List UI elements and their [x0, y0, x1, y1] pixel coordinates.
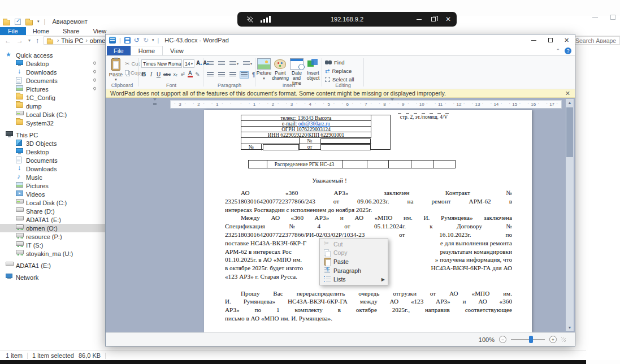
sidebar-item[interactable]: Downloads: [0, 164, 105, 173]
highlight-pen-icon[interactable]: ✎: [195, 71, 200, 77]
paste-button[interactable]: Paste ▾: [107, 58, 124, 82]
close-icon[interactable]: ✕: [565, 90, 570, 97]
email-link[interactable]: odr@360arz.ru: [298, 121, 330, 127]
scroll-up-icon[interactable]: ▲: [566, 99, 574, 106]
zoom-out-button[interactable]: −: [499, 336, 506, 343]
zoom-in-button[interactable]: +: [549, 336, 557, 343]
sidebar-item[interactable]: Documents: [0, 76, 105, 85]
breadcrumb-item[interactable]: ›This PC: [55, 37, 83, 44]
context-menu-item[interactable]: Copy ▶: [320, 249, 388, 258]
cut-button[interactable]: ✂ Cut: [125, 60, 140, 67]
indent-marker[interactable]: [153, 98, 157, 105]
font-color-button[interactable]: A: [188, 71, 193, 77]
redo-icon[interactable]: ↻: [143, 37, 149, 43]
bold-button[interactable]: B: [141, 71, 146, 77]
zoom-slider[interactable]: [511, 339, 545, 340]
sidebar-item[interactable]: This PC: [0, 131, 105, 139]
sidebar-item[interactable]: ADATA1 (E:): [0, 261, 105, 270]
sidebar-item[interactable]: Quick access: [0, 51, 105, 59]
chevron-down-icon[interactable]: ▾: [152, 38, 154, 42]
explorer-tab-home[interactable]: Home: [26, 27, 56, 35]
scrollbar-thumb[interactable]: [566, 107, 573, 157]
sidebar-item[interactable]: resource (P:): [0, 232, 105, 241]
align-right-button[interactable]: [229, 72, 237, 78]
taskbar-edge[interactable]: [0, 360, 586, 364]
sidebar-item[interactable]: stoyakin_ma (U:): [0, 249, 105, 258]
context-menu-item[interactable]: Paragraph ▶: [320, 266, 388, 275]
sidebar-item[interactable]: System32: [0, 119, 105, 127]
sidebar-item[interactable]: 1C_Config: [0, 93, 105, 102]
date-time-button[interactable]: Date and time: [289, 58, 305, 86]
sidebar-item[interactable]: Network: [0, 273, 105, 281]
context-menu-item[interactable]: Lists ▶: [320, 275, 388, 284]
up-icon[interactable]: ↑: [36, 37, 39, 45]
replace-button[interactable]: ⇄ Replace: [325, 68, 352, 74]
underline-button[interactable]: U: [156, 71, 161, 77]
maximize-button[interactable]: [542, 34, 558, 46]
sidebar-item[interactable]: Local Disk (C:): [0, 198, 105, 207]
strikethrough-button[interactable]: abc: [163, 72, 171, 77]
insert-picture-button[interactable]: Picture ▾: [256, 58, 272, 81]
sidebar-item[interactable]: obmen (O:): [0, 224, 105, 232]
sidebar-item[interactable]: 3D Objects: [0, 139, 105, 148]
minimize-button[interactable]: [526, 34, 542, 46]
align-center-button[interactable]: [218, 72, 226, 78]
explorer-search-box[interactable]: [571, 36, 620, 45]
sidebar-item[interactable]: ADATA1 (E:): [0, 215, 105, 224]
justify-button[interactable]: [240, 72, 248, 78]
back-icon[interactable]: ←: [5, 37, 11, 45]
select-all-button[interactable]: Select all: [325, 76, 354, 83]
font-size-select[interactable]: 14▼: [183, 59, 194, 68]
search-input[interactable]: [572, 37, 619, 44]
context-menu-item[interactable]: Cut ▶: [320, 240, 388, 249]
sidebar-item[interactable]: Music: [0, 173, 105, 181]
minimize-button[interactable]: [417, 19, 422, 20]
explorer-tab-share[interactable]: Share: [56, 27, 86, 35]
help-icon[interactable]: ?: [565, 47, 571, 54]
zoom-slider-thumb[interactable]: [529, 336, 533, 343]
context-menu-item[interactable]: Paste ▶: [320, 257, 388, 266]
save-icon[interactable]: [124, 37, 131, 44]
close-button[interactable]: ✕: [558, 34, 575, 46]
decrease-indent-button[interactable]: [206, 60, 214, 67]
collapse-ribbon-icon[interactable]: ⌃: [556, 48, 560, 54]
sidebar-item[interactable]: Pictures: [0, 181, 105, 190]
sidebar-item[interactable]: Videos: [0, 190, 105, 198]
sidebar-item[interactable]: Downloads: [0, 68, 105, 76]
wordpad-tab-view[interactable]: View: [163, 46, 191, 55]
insert-object-button[interactable]: Insert object: [305, 58, 321, 81]
paint-drawing-button[interactable]: Paint drawing: [272, 58, 288, 81]
minimize-button[interactable]: [592, 17, 598, 18]
document-page[interactable]: телекс: 136343 Высота e-mail: odr@360arz…: [204, 110, 532, 332]
scroll-down-icon[interactable]: ▼: [566, 324, 574, 331]
chevron-down-icon[interactable]: ▾: [28, 38, 31, 43]
checkbox-icon[interactable]: [15, 19, 21, 25]
sidebar-item[interactable]: dump: [0, 102, 105, 110]
subscript-button[interactable]: x₂: [173, 72, 178, 77]
sidebar-item[interactable]: Desktop: [0, 148, 105, 156]
sidebar-item[interactable]: Documents: [0, 156, 105, 164]
align-left-button[interactable]: [206, 72, 214, 78]
sidebar-item[interactable]: IT (S:): [0, 241, 105, 249]
increase-indent-button[interactable]: [218, 60, 226, 67]
find-button[interactable]: Find: [325, 59, 344, 66]
list-button[interactable]: ▾: [229, 60, 239, 67]
sidebar-item[interactable]: Pictures: [0, 85, 105, 93]
wordpad-titlebar[interactable]: | ↺ ↻ ▾ | HC-43.docx - WordPad ✕: [106, 34, 575, 46]
vertical-scrollbar[interactable]: ▲ ▼: [566, 99, 574, 331]
undo-icon[interactable]: ↺: [134, 37, 140, 43]
sidebar-item[interactable]: Share (D:): [0, 207, 105, 215]
wordpad-tab-file[interactable]: File: [107, 46, 131, 55]
sidebar-item[interactable]: Local Disk (C:): [0, 110, 105, 119]
line-spacing-button[interactable]: ▾: [242, 60, 253, 67]
font-family-select[interactable]: Times New Roman▼: [141, 59, 182, 68]
right-indent-marker[interactable]: [391, 98, 394, 101]
explorer-tab-file[interactable]: File: [0, 27, 26, 35]
forward-icon[interactable]: →: [16, 37, 23, 45]
resize-grip[interactable]: [561, 337, 566, 342]
restore-button[interactable]: [610, 15, 615, 20]
sidebar-item[interactable]: Desktop: [0, 59, 105, 68]
chevron-down-icon[interactable]: ▾: [37, 19, 40, 24]
restore-button[interactable]: [431, 17, 436, 21]
superscript-button[interactable]: x²: [180, 72, 185, 77]
